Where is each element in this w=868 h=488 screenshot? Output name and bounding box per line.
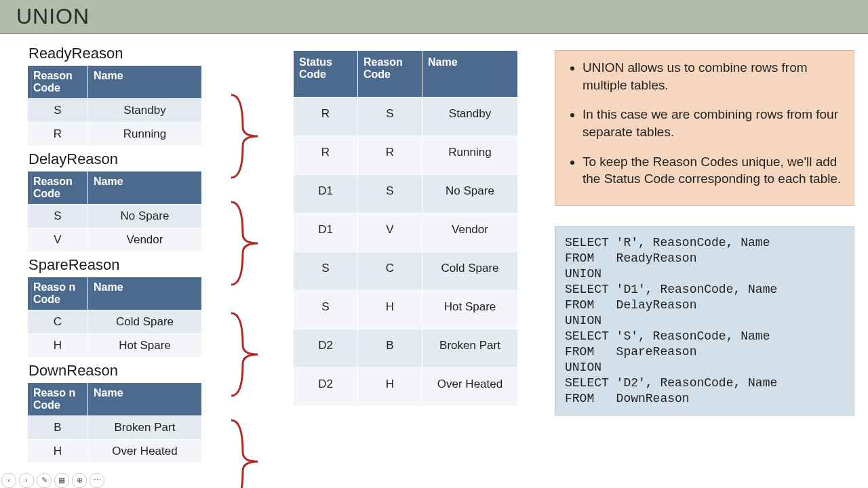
- cell-name: Cold Spare: [422, 252, 518, 291]
- cell-reason: R: [358, 136, 422, 175]
- cell-reason: C: [28, 310, 88, 334]
- result-col-status: Status Code: [294, 51, 358, 98]
- cell-name: Broken Part: [88, 416, 202, 440]
- cell-reason: S: [28, 99, 88, 123]
- cell-reason: H: [28, 440, 88, 464]
- zoom-button[interactable]: ⊕: [72, 473, 87, 488]
- page-title: UNION: [0, 0, 868, 34]
- table-row: HOver Heated: [28, 440, 202, 464]
- source-table-title: SpareReason: [28, 256, 217, 274]
- table-row: RSStandby: [294, 98, 518, 136]
- cell-name: Standby: [422, 98, 518, 136]
- table-row: RRRunning: [294, 136, 518, 175]
- src-col-name: Name: [88, 277, 202, 310]
- cell-reason: C: [358, 252, 422, 291]
- sql-code-block: SELECT 'R', ReasonCode, Name FROM ReadyR…: [555, 226, 854, 415]
- prev-slide-button[interactable]: ‹: [1, 473, 16, 488]
- cell-name: Vendor: [88, 228, 202, 252]
- cell-name: Vendor: [422, 214, 518, 252]
- cell-name: Cold Spare: [88, 310, 202, 334]
- source-tables-column: ReadyReasonReason CodeNameSStandbyRRunni…: [27, 41, 217, 464]
- curly-brace-icon: [228, 92, 262, 180]
- result-col-name: Name: [422, 51, 518, 98]
- src-col-name: Name: [88, 383, 202, 416]
- result-col-reason: Reason Code: [358, 51, 422, 98]
- source-table: Reaso n CodeNameCCold SpareHHot Spare: [27, 277, 202, 358]
- slide-show-button[interactable]: ▦: [54, 473, 69, 488]
- bullet-item: UNION allows us to combine rows from mul…: [583, 59, 842, 94]
- src-col-reason: Reason Code: [28, 66, 88, 99]
- cell-reason: B: [28, 416, 88, 440]
- cell-reason: H: [358, 368, 422, 407]
- cell-name: Hot Spare: [88, 334, 202, 358]
- table-row: SStandby: [28, 99, 202, 123]
- table-row: D1VVendor: [294, 214, 518, 252]
- curly-brace-icon: [228, 310, 262, 399]
- cell-reason: R: [28, 123, 88, 146]
- explanation-callout: UNION allows us to combine rows from mul…: [555, 50, 854, 206]
- table-row: SNo Spare: [28, 205, 202, 228]
- source-table-title: ReadyReason: [28, 45, 217, 62]
- result-table: Status Code Reason Code Name RSStandbyRR…: [293, 50, 518, 407]
- cell-name: Over Heated: [422, 368, 518, 407]
- source-table: Reaso n CodeNameBBroken PartHOver Heated: [27, 382, 202, 464]
- src-col-reason: Reaso n Code: [28, 383, 88, 416]
- table-row: SCCold Spare: [294, 252, 518, 291]
- table-row: D2HOver Heated: [294, 368, 518, 407]
- bullet-item: In this case we are combining rows from …: [583, 106, 842, 140]
- cell-name: Running: [88, 123, 202, 146]
- cell-reason: S: [358, 98, 422, 136]
- cell-name: Broken Part: [422, 329, 518, 368]
- cell-name: Standby: [88, 99, 202, 123]
- cell-reason: V: [358, 214, 422, 252]
- cell-status: S: [294, 291, 358, 329]
- table-row: D2BBroken Part: [294, 329, 518, 368]
- cell-name: No Spare: [88, 205, 202, 228]
- table-row: RRunning: [28, 123, 202, 146]
- bullet-item: To keep the Reason Codes unique, we'll a…: [583, 153, 842, 188]
- cell-status: D1: [294, 214, 358, 252]
- cell-reason: S: [358, 175, 422, 214]
- table-row: BBroken Part: [28, 416, 202, 440]
- pen-tool-button[interactable]: ✎: [37, 473, 52, 488]
- cell-reason: V: [28, 228, 88, 252]
- source-table: Reason CodeNameSStandbyRRunning: [27, 65, 202, 146]
- src-col-reason: Reason Code: [28, 171, 88, 205]
- cell-status: D1: [294, 175, 358, 214]
- curly-brace-icon: [228, 199, 262, 287]
- table-row: SHHot Spare: [294, 291, 518, 329]
- curly-brace-icon: [228, 418, 262, 488]
- src-col-reason: Reaso n Code: [28, 277, 88, 310]
- cell-status: S: [294, 252, 358, 291]
- presentation-toolbar: ‹ › ✎ ▦ ⊕ ⋯: [1, 473, 104, 488]
- src-col-name: Name: [88, 66, 202, 99]
- cell-reason: B: [358, 329, 422, 368]
- table-row: HHot Spare: [28, 334, 202, 358]
- slide-canvas: ReadyReasonReason CodeNameSStandbyRRunni…: [0, 34, 868, 488]
- cell-name: Running: [422, 136, 518, 175]
- cell-status: D2: [294, 368, 358, 407]
- cell-name: No Spare: [422, 175, 518, 214]
- cell-reason: H: [358, 291, 422, 329]
- source-table-title: DelayReason: [28, 150, 217, 168]
- cell-status: D2: [294, 329, 358, 368]
- table-row: CCold Spare: [28, 310, 202, 334]
- right-column: UNION allows us to combine rows from mul…: [555, 50, 854, 415]
- result-table-container: Status Code Reason Code Name RSStandbyRR…: [293, 50, 518, 407]
- cell-status: R: [294, 136, 358, 175]
- cell-reason: H: [28, 334, 88, 358]
- cell-name: Over Heated: [88, 440, 202, 464]
- table-row: D1SNo Spare: [294, 175, 518, 214]
- cell-status: R: [294, 98, 358, 136]
- cell-reason: S: [28, 205, 88, 228]
- src-col-name: Name: [88, 171, 202, 205]
- source-table-title: DownReason: [28, 362, 217, 380]
- next-slide-button[interactable]: ›: [19, 473, 34, 488]
- more-options-button[interactable]: ⋯: [90, 473, 104, 488]
- source-table: Reason CodeNameSNo SpareVVendor: [27, 171, 202, 252]
- table-row: VVendor: [28, 228, 202, 252]
- cell-name: Hot Spare: [422, 291, 518, 329]
